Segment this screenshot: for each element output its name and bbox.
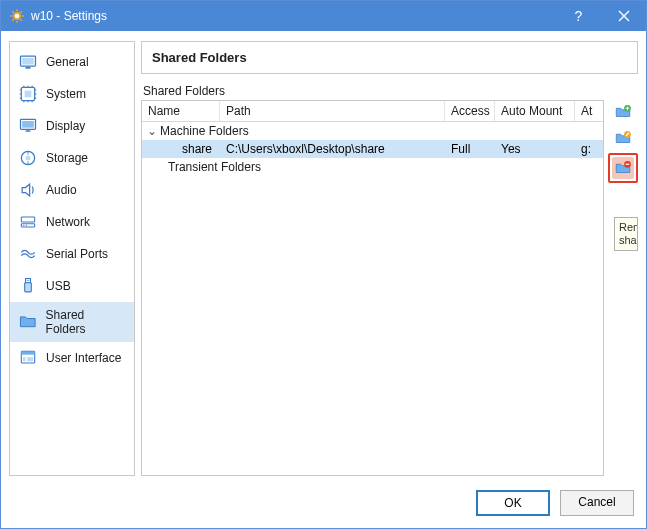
sidebar-item-label: Display — [46, 119, 85, 133]
remove-folder-highlight — [608, 153, 638, 183]
svg-rect-6 — [25, 91, 32, 98]
footer: OK Cancel — [1, 482, 646, 528]
window-title: w10 - Settings — [31, 9, 556, 23]
sidebar-item-label: Storage — [46, 151, 88, 165]
share-at: g: — [575, 140, 603, 158]
col-mount[interactable]: Auto Mount — [495, 101, 575, 121]
shared-folders-grid: Name Path Access Auto Mount At ⌄ Machine… — [141, 100, 604, 476]
folder-toolbar — [608, 101, 638, 476]
svg-rect-18 — [28, 280, 29, 281]
general-icon — [18, 52, 38, 72]
add-folder-button[interactable] — [612, 101, 634, 123]
help-button[interactable]: ? — [556, 1, 601, 31]
cancel-button[interactable]: Cancel — [560, 490, 634, 516]
sidebar-item-label: Network — [46, 215, 90, 229]
tooltip: Rem sha — [614, 217, 638, 251]
grid-body: ⌄ Machine Folders share C:\Users\xboxl\D… — [142, 122, 603, 475]
sidebar-item-user-interface[interactable]: User Interface — [10, 342, 134, 374]
usb-icon — [18, 276, 38, 296]
sidebar-item-label: User Interface — [46, 351, 121, 365]
chevron-down-icon[interactable]: ⌄ — [146, 124, 158, 138]
close-button[interactable] — [601, 1, 646, 31]
content-row: Name Path Access Auto Mount At ⌄ Machine… — [141, 100, 638, 476]
svg-rect-21 — [23, 357, 26, 361]
sidebar-item-audio[interactable]: Audio — [10, 174, 134, 206]
body: General System Display Storage Audio Net… — [1, 31, 646, 482]
svg-rect-8 — [22, 121, 34, 128]
svg-rect-11 — [21, 217, 34, 222]
group-machine-folders[interactable]: ⌄ Machine Folders — [142, 122, 603, 140]
shared-folders-label: Shared Folders — [141, 84, 638, 98]
svg-point-0 — [14, 13, 19, 18]
audio-icon — [18, 180, 38, 200]
sidebar-item-label: Serial Ports — [46, 247, 108, 261]
network-icon — [18, 212, 38, 232]
edit-folder-button[interactable] — [612, 127, 634, 149]
sidebar-item-label: Shared Folders — [46, 308, 126, 336]
share-path: C:\Users\xboxl\Desktop\share — [220, 140, 445, 158]
svg-rect-20 — [21, 351, 34, 354]
serial-icon — [18, 244, 38, 264]
ok-button[interactable]: OK — [476, 490, 550, 516]
share-mount: Yes — [495, 140, 575, 158]
svg-rect-15 — [26, 279, 31, 283]
col-access[interactable]: Access — [445, 101, 495, 121]
folder-icon — [18, 312, 38, 332]
col-name[interactable]: Name — [142, 101, 220, 121]
sidebar-item-shared-folders[interactable]: Shared Folders — [10, 302, 134, 342]
share-access: Full — [445, 140, 495, 158]
sidebar-item-network[interactable]: Network — [10, 206, 134, 238]
group-label: Machine Folders — [160, 124, 249, 138]
main-header: Shared Folders — [141, 41, 638, 74]
svg-rect-3 — [22, 58, 34, 65]
group-transient-folders[interactable]: Transient Folders — [142, 158, 603, 176]
sidebar-item-label: Audio — [46, 183, 77, 197]
sidebar-item-storage[interactable]: Storage — [10, 142, 134, 174]
settings-window: w10 - Settings ? General System Display … — [0, 0, 647, 529]
main-panel: Shared Folders Shared Folders Name Path … — [141, 41, 638, 476]
grid-header: Name Path Access Auto Mount At — [142, 101, 603, 122]
sidebar: General System Display Storage Audio Net… — [9, 41, 135, 476]
share-row[interactable]: share C:\Users\xboxl\Desktop\share Full … — [142, 140, 603, 158]
display-icon — [18, 116, 38, 136]
svg-point-10 — [26, 156, 31, 161]
svg-rect-17 — [27, 280, 28, 281]
group-label: Transient Folders — [168, 160, 261, 174]
col-at[interactable]: At — [575, 101, 603, 121]
svg-point-13 — [23, 225, 24, 226]
svg-rect-4 — [26, 67, 31, 69]
gear-icon — [9, 8, 25, 24]
col-path[interactable]: Path — [220, 101, 445, 121]
sidebar-item-serial-ports[interactable]: Serial Ports — [10, 238, 134, 270]
titlebar: w10 - Settings ? — [1, 1, 646, 31]
storage-icon — [18, 148, 38, 168]
sidebar-item-usb[interactable]: USB — [10, 270, 134, 302]
sidebar-item-label: General — [46, 55, 89, 69]
svg-point-14 — [26, 225, 27, 226]
system-icon — [18, 84, 38, 104]
remove-folder-button[interactable] — [612, 157, 634, 179]
sidebar-item-label: System — [46, 87, 86, 101]
svg-rect-22 — [27, 357, 33, 361]
sidebar-item-general[interactable]: General — [10, 46, 134, 78]
sidebar-item-label: USB — [46, 279, 71, 293]
sidebar-item-display[interactable]: Display — [10, 110, 134, 142]
svg-rect-16 — [25, 283, 32, 292]
ui-icon — [18, 348, 38, 368]
share-name: share — [142, 140, 220, 158]
sidebar-item-system[interactable]: System — [10, 78, 134, 110]
